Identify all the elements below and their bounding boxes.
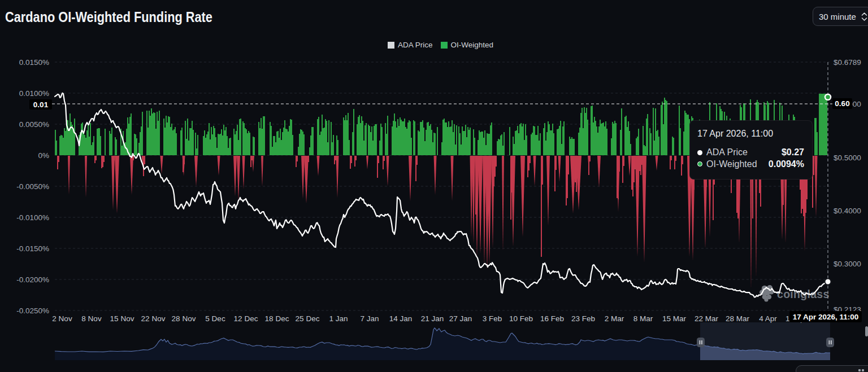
svg-text:28 Nov: 28 Nov [172,314,196,323]
svg-text:0.01: 0.01 [33,100,49,109]
svg-text:0.0150%: 0.0150% [19,58,49,67]
svg-text:-0.0100%: -0.0100% [16,213,49,222]
svg-text:-0.0200%: -0.0200% [16,275,49,284]
svg-text:18 Dec: 18 Dec [265,314,289,323]
svg-text:27 Jan: 27 Jan [449,314,472,323]
svg-text:14 Jan: 14 Jan [389,314,413,323]
svg-text:25 Dec: 25 Dec [296,314,320,323]
svg-text:0.60: 0.60 [835,99,849,108]
svg-text:0.0050%: 0.0050% [19,120,49,129]
svg-text:0%: 0% [38,151,49,160]
svg-text:15 Mar: 15 Mar [662,314,687,323]
svg-text:0.0100%: 0.0100% [19,89,49,98]
svg-text:23 Feb: 23 Feb [571,314,595,323]
svg-text:3 Feb: 3 Feb [483,314,502,323]
svg-text:21 Jan: 21 Jan [421,314,444,323]
svg-text:1 Jan: 1 Jan [329,314,348,323]
svg-text:2 Nov: 2 Nov [52,314,72,323]
svg-text:12 Dec: 12 Dec [234,314,258,323]
svg-text:22 Nov: 22 Nov [141,314,166,323]
svg-text:8 Nov: 8 Nov [81,314,102,323]
svg-text:$0.4000: $0.4000 [834,207,861,215]
svg-text:28 Mar: 28 Mar [726,314,750,323]
svg-text:2 Mar: 2 Mar [605,314,624,323]
svg-text:16 Feb: 16 Feb [540,314,564,323]
svg-text:10 Feb: 10 Feb [509,314,533,323]
svg-text:15 Nov: 15 Nov [110,314,134,323]
svg-text:7 Jan: 7 Jan [360,314,379,323]
svg-text:22 Mar: 22 Mar [695,314,719,323]
svg-text:17 Apr 2026, 11:00: 17 Apr 2026, 11:00 [793,313,859,321]
svg-text:$0.6789: $0.6789 [834,58,861,67]
svg-text:$0.5000: $0.5000 [834,154,861,162]
svg-text:5 Dec: 5 Dec [205,314,225,323]
svg-text:4 Apr: 4 Apr [759,314,777,323]
svg-text:$0.3000: $0.3000 [834,260,861,268]
svg-text:8 Mar: 8 Mar [633,314,653,323]
svg-text:-0.0250%: -0.0250% [16,307,49,315]
svg-text:-0.0050%: -0.0050% [16,182,49,191]
svg-text:-0.0150%: -0.0150% [16,244,49,253]
